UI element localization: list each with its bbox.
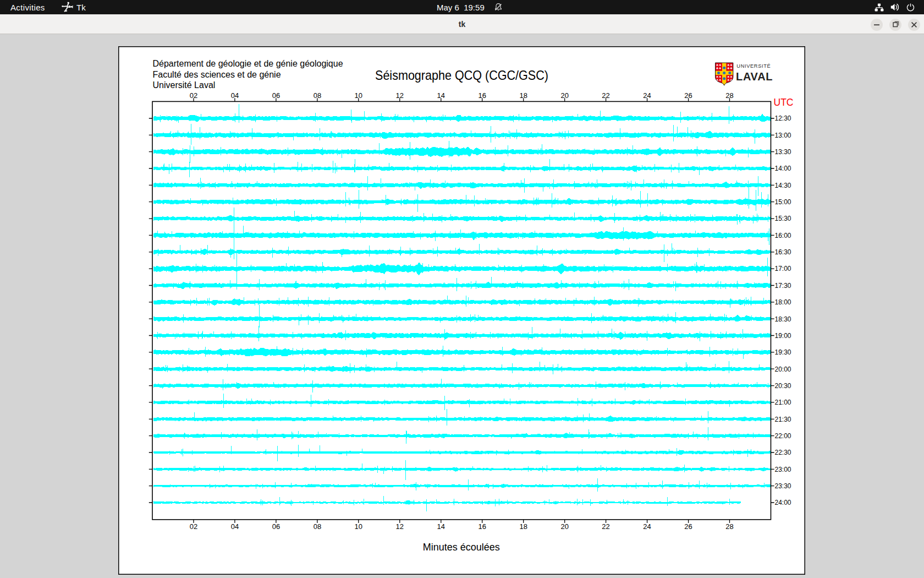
svg-text:17:00: 17:00 <box>775 265 791 272</box>
svg-text:16: 16 <box>478 522 486 531</box>
svg-text:02: 02 <box>190 522 197 531</box>
svg-text:Minutes écoulées: Minutes écoulées <box>423 542 500 553</box>
svg-text:Département de géologie et de: Département de géologie et de génie géol… <box>153 59 343 68</box>
svg-text:LAVAL: LAVAL <box>736 70 773 83</box>
svg-text:14: 14 <box>437 522 445 531</box>
svg-text:08: 08 <box>314 522 321 531</box>
svg-text:21:30: 21:30 <box>775 416 791 423</box>
svg-text:22:00: 22:00 <box>775 432 791 440</box>
svg-text:24:00: 24:00 <box>775 499 791 506</box>
svg-text:24: 24 <box>643 522 651 531</box>
svg-text:16:30: 16:30 <box>775 248 791 256</box>
svg-text:21:00: 21:00 <box>775 399 791 406</box>
svg-text:20:30: 20:30 <box>775 382 791 390</box>
svg-text:19:30: 19:30 <box>775 348 791 356</box>
svg-text:20: 20 <box>560 522 568 531</box>
svg-text:17:30: 17:30 <box>775 282 791 290</box>
svg-text:28: 28 <box>725 522 733 531</box>
svg-text:10: 10 <box>355 522 362 531</box>
svg-text:20:00: 20:00 <box>775 366 791 373</box>
svg-text:18: 18 <box>519 522 527 531</box>
svg-text:18:00: 18:00 <box>775 298 791 306</box>
svg-text:22:30: 22:30 <box>775 449 791 456</box>
svg-text:15:30: 15:30 <box>775 215 791 222</box>
svg-text:18:30: 18:30 <box>775 315 791 323</box>
svg-text:Séismographe QCQ (CGC/GSC): Séismographe QCQ (CGC/GSC) <box>375 68 548 83</box>
svg-text:26: 26 <box>684 522 692 531</box>
svg-text:04: 04 <box>231 522 239 531</box>
svg-text:12:30: 12:30 <box>775 114 791 122</box>
svg-text:15:00: 15:00 <box>775 198 791 206</box>
svg-text:14:30: 14:30 <box>775 182 791 189</box>
svg-text:06: 06 <box>272 522 280 531</box>
svg-text:Université Laval: Université Laval <box>153 80 216 90</box>
svg-text:22: 22 <box>602 522 609 531</box>
svg-text:14:00: 14:00 <box>775 165 791 172</box>
svg-text:12: 12 <box>396 522 404 531</box>
svg-text:16:00: 16:00 <box>775 232 791 239</box>
svg-text:UNIVERSITÉ: UNIVERSITÉ <box>736 63 771 69</box>
svg-text:13:30: 13:30 <box>775 148 791 156</box>
svg-text:Faculté des sciences et de gén: Faculté des sciences et de génie <box>153 70 281 79</box>
svg-text:23:00: 23:00 <box>775 466 791 473</box>
svg-text:19:00: 19:00 <box>775 332 791 340</box>
svg-text:UTC: UTC <box>774 97 794 108</box>
svg-text:23:30: 23:30 <box>775 482 791 490</box>
svg-text:13:00: 13:00 <box>775 132 791 139</box>
